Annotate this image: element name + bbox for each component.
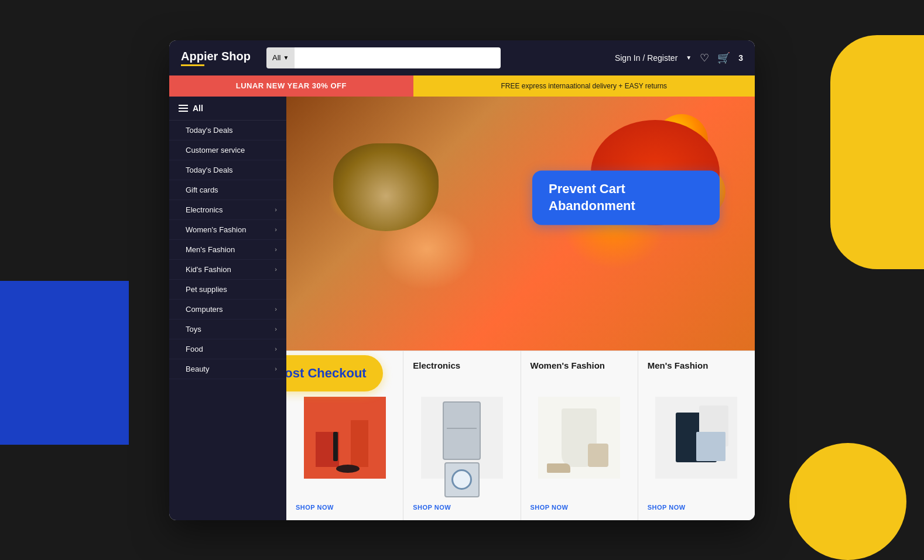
chevron-right-icon: ›	[275, 305, 277, 312]
sidebar-item-todays-deals-2[interactable]: Today's Deals	[169, 160, 286, 180]
boost-badge-text: Boost Checkout	[286, 366, 367, 380]
search-input[interactable]	[295, 47, 501, 68]
makeup-item-1	[333, 432, 338, 461]
sidebar-item-label: Gift cards	[186, 185, 218, 194]
sidebar-item-label: Pet supplies	[186, 285, 227, 294]
electronics-shop-now[interactable]: SHOP NOW	[413, 504, 511, 511]
product-card-title: Men's Fashion	[648, 360, 745, 370]
sidebar-item-label: Electronics	[186, 205, 223, 214]
sidebar-item-todays-deals-1[interactable]: Today's Deals	[169, 121, 286, 140]
chevron-right-icon: ›	[275, 365, 277, 372]
promo-red-banner: LUNAR NEW YEAR 30% OFF	[169, 75, 413, 97]
sidebar-item-pet-supplies[interactable]: Pet supplies	[169, 280, 286, 300]
sidebar-item-label: Today's Deals	[186, 126, 233, 135]
hero-background: Prevent Cart Abandonment	[286, 97, 755, 351]
makeup-illustration	[304, 397, 386, 479]
chevron-right-icon: ›	[275, 206, 277, 213]
mens-fashion-illustration	[655, 397, 737, 479]
header: Appier Shop All ▼ Sign In / Register ▼ ♡…	[169, 40, 755, 75]
peanuts-bowl-illustration	[333, 143, 439, 231]
product-card-mens-fashion: Men's Fashion SHOP NOW	[638, 351, 755, 520]
sidebar-item-label: Computers	[186, 305, 223, 314]
sidebar-item-label: Men's Fashion	[186, 245, 235, 254]
electronics-illustration	[421, 397, 503, 479]
wishlist-icon[interactable]: ♡	[700, 51, 709, 64]
sidebar-item-label: Food	[186, 345, 203, 353]
bg-yellow-circle-bottom	[789, 443, 906, 560]
striped-shirt-illustration	[696, 432, 725, 461]
sidebar-item-toys[interactable]: Toys ›	[169, 319, 286, 339]
product-card-title: Electronics	[413, 360, 511, 370]
sidebar-item-label: Kid's Fashion	[186, 265, 231, 274]
sidebar-item-label: Beauty	[186, 365, 209, 373]
sidebar-item-computers[interactable]: Computers ›	[169, 300, 286, 319]
chevron-right-icon: ›	[275, 266, 277, 273]
hero-section: Prevent Cart Abandonment Boost Checkout …	[286, 97, 755, 520]
cart-count-badge: 3	[738, 53, 743, 63]
product-card-title: Women's Fashion	[531, 360, 628, 370]
header-right: Sign In / Register ▼ ♡ 🛒 3	[615, 51, 743, 64]
sidebar-item-food[interactable]: Food ›	[169, 339, 286, 359]
sidebar-item-label: Customer service	[186, 146, 245, 154]
womens-fashion-shop-now[interactable]: SHOP NOW	[531, 504, 628, 511]
sign-in-link[interactable]: Sign In / Register	[615, 53, 677, 63]
account-chevron-icon[interactable]: ▼	[686, 54, 692, 61]
chevron-right-icon: ›	[275, 345, 277, 352]
product-card-electronics: Electronics SHOP NOW	[403, 351, 521, 520]
search-category-label: All	[272, 53, 280, 62]
sidebar-item-customer-service[interactable]: Customer service	[169, 140, 286, 160]
sidebar-all-item[interactable]: All	[169, 97, 286, 121]
shoes-illustration	[547, 463, 570, 473]
sidebar-item-electronics[interactable]: Electronics ›	[169, 200, 286, 220]
womens-fashion-illustration	[538, 397, 620, 479]
makeup-compact	[336, 465, 360, 473]
hamburger-icon[interactable]	[179, 105, 188, 112]
search-category-button[interactable]: All ▼	[266, 47, 295, 68]
beauty-product-image	[296, 376, 393, 499]
electronics-product-image	[413, 376, 511, 499]
beauty-shop-now[interactable]: SHOP NOW	[296, 504, 393, 511]
logo-text: Appier Shop	[181, 50, 257, 63]
products-section: Boost Checkout Beauty SHOP NOW	[286, 351, 755, 520]
makeup-box-2	[351, 420, 368, 467]
product-card-womens-fashion: Women's Fashion SHOP NOW	[521, 351, 638, 520]
bg-blue-rectangle	[0, 281, 129, 445]
sidebar-item-kids-fashion[interactable]: Kid's Fashion ›	[169, 260, 286, 280]
sidebar-item-label: Today's Deals	[186, 166, 233, 174]
logo-underline	[181, 64, 204, 66]
logo-wrap: Appier Shop	[181, 50, 257, 66]
washer-drum-icon	[451, 469, 472, 490]
sidebar-item-beauty[interactable]: Beauty ›	[169, 359, 286, 379]
sidebar-item-gift-cards[interactable]: Gift cards	[169, 180, 286, 200]
promo-yellow-banner: FREE express internaational delivery + E…	[413, 75, 755, 97]
search-bar: All ▼	[266, 47, 501, 68]
bag-illustration	[588, 444, 608, 467]
fridge-icon	[443, 401, 481, 460]
chevron-right-icon: ›	[275, 226, 277, 233]
womens-fashion-product-image	[531, 376, 628, 499]
boost-checkout-badge: Boost Checkout	[286, 355, 383, 391]
browser-window: Appier Shop All ▼ Sign In / Register ▼ ♡…	[169, 40, 755, 520]
sidebar-all-label: All	[193, 104, 203, 113]
prevent-badge-text: Prevent Cart Abandonment	[549, 182, 635, 214]
bg-yellow-rectangle-right	[830, 35, 924, 269]
chevron-down-icon: ▼	[283, 54, 289, 61]
sidebar-item-label: Women's Fashion	[186, 225, 246, 234]
nav-banner: LUNAR NEW YEAR 30% OFF FREE express inte…	[169, 75, 755, 97]
sidebar-item-label: Toys	[186, 325, 201, 334]
prevent-cart-abandonment-badge: Prevent Cart Abandonment	[532, 171, 720, 225]
mens-fashion-product-image	[648, 376, 745, 499]
cart-icon[interactable]: 🛒	[717, 51, 730, 64]
chevron-right-icon: ›	[275, 246, 277, 253]
washer-icon	[444, 462, 480, 497]
main-area: All Today's Deals Customer service Today…	[169, 97, 755, 520]
chevron-right-icon: ›	[275, 325, 277, 332]
sidebar-item-womens-fashion[interactable]: Women's Fashion ›	[169, 220, 286, 240]
sidebar: All Today's Deals Customer service Today…	[169, 97, 286, 520]
mens-fashion-shop-now[interactable]: SHOP NOW	[648, 504, 745, 511]
appliances-group	[444, 462, 480, 499]
sidebar-item-mens-fashion[interactable]: Men's Fashion ›	[169, 240, 286, 260]
